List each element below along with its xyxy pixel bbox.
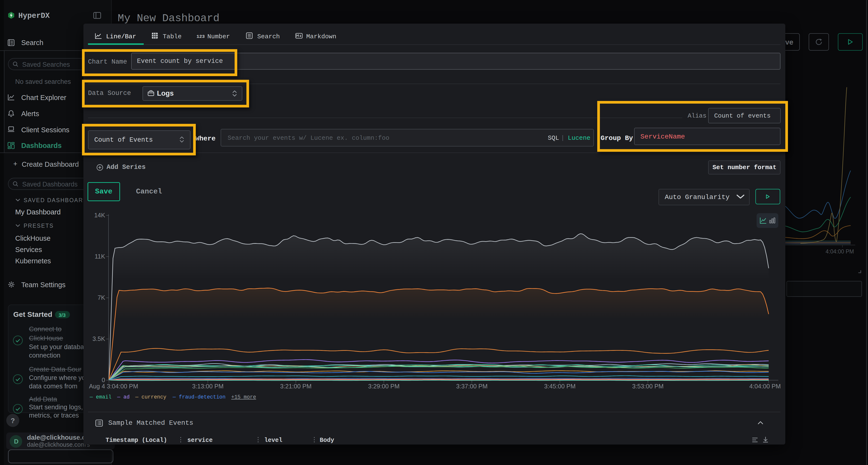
svg-text:3:37:00 PM: 3:37:00 PM	[456, 383, 488, 390]
svg-text:14K: 14K	[94, 212, 105, 219]
svg-text:3:29:00 PM: 3:29:00 PM	[368, 383, 400, 390]
svg-text:7K: 7K	[98, 294, 105, 301]
svg-text:Aug 4 3:04:00 PM: Aug 4 3:04:00 PM	[89, 383, 138, 390]
svg-text:3:21:00 PM: 3:21:00 PM	[280, 383, 311, 390]
svg-text:0: 0	[102, 376, 105, 383]
svg-text:3:53:00 PM: 3:53:00 PM	[632, 383, 663, 390]
svg-text:3.5K: 3.5K	[93, 335, 105, 342]
svg-text:3:45:00 PM: 3:45:00 PM	[544, 383, 576, 390]
svg-text:4:04:00 PM: 4:04:00 PM	[749, 383, 781, 390]
svg-text:11K: 11K	[95, 253, 105, 260]
svg-text:3:13:00 PM: 3:13:00 PM	[192, 383, 223, 390]
